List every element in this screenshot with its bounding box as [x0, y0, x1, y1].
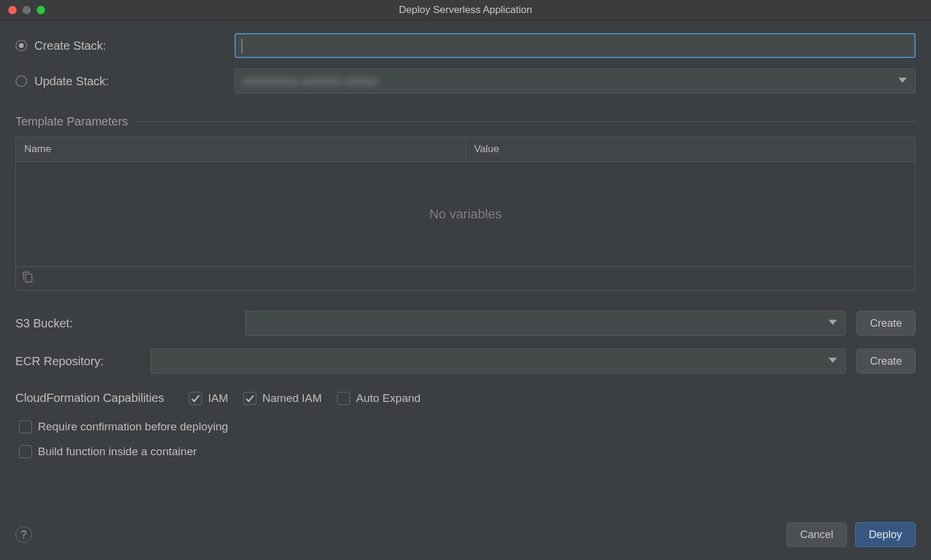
create-stack-label: Create Stack:	[34, 39, 106, 53]
update-stack-value: xxxxxxxxxx xxxxxxx xxxxxx	[242, 75, 378, 88]
capabilities-label: CloudFormation Capabilities	[15, 391, 164, 405]
require-confirm-label: Require confirmation before deploying	[38, 420, 228, 433]
table-header: Name Value	[16, 137, 915, 162]
named-iam-label: Named IAM	[262, 392, 322, 405]
template-params-header: Template Parameters	[15, 115, 916, 128]
dialog-footer: ? Cancel Deploy	[15, 509, 916, 547]
create-stack-row: Create Stack:	[15, 33, 916, 58]
titlebar: Deploy Serverless Application	[0, 0, 931, 20]
update-stack-row: Update Stack: xxxxxxxxxx xxxxxxx xxxxxx	[15, 69, 916, 94]
s3-bucket-select[interactable]	[245, 311, 846, 336]
template-params-title: Template Parameters	[15, 115, 128, 128]
column-value[interactable]: Value	[466, 137, 916, 162]
empty-text: No variables	[429, 207, 502, 222]
require-confirm-item[interactable]: Require confirmation before deploying	[19, 420, 916, 433]
build-container-checkbox[interactable]	[19, 445, 32, 458]
create-stack-radio[interactable]	[15, 40, 27, 52]
ecr-repo-row: ECR Repository: Create	[15, 349, 916, 374]
build-container-item[interactable]: Build function inside a container	[19, 445, 916, 458]
template-params-table: Name Value No variables	[15, 137, 916, 291]
update-stack-label: Update Stack:	[34, 75, 109, 88]
column-name[interactable]: Name	[16, 137, 466, 162]
create-ecr-button[interactable]: Create	[856, 349, 916, 374]
iam-checkbox[interactable]	[189, 392, 202, 405]
help-button[interactable]: ?	[15, 526, 32, 543]
s3-bucket-label: S3 Bucket:	[15, 317, 235, 330]
footer-buttons: Cancel Deploy	[786, 522, 916, 547]
deploy-button[interactable]: Deploy	[855, 522, 916, 547]
create-stack-radio-label[interactable]: Create Stack:	[15, 39, 235, 53]
chevron-down-icon	[829, 355, 837, 368]
create-stack-input[interactable]	[235, 33, 916, 58]
copy-icon[interactable]	[22, 271, 34, 286]
iam-label: IAM	[208, 392, 228, 405]
update-stack-radio-label[interactable]: Update Stack:	[15, 75, 235, 88]
dialog-content: Create Stack: Update Stack: xxxxxxxxxx x…	[0, 20, 931, 560]
options-group: Require confirmation before deploying Bu…	[15, 420, 916, 458]
ecr-repo-label: ECR Repository:	[15, 355, 140, 368]
capabilities-row: CloudFormation Capabilities IAM Named IA…	[15, 391, 916, 405]
window-title: Deploy Serverless Application	[0, 4, 931, 16]
build-container-label: Build function inside a container	[38, 445, 197, 458]
table-empty-state: No variables	[16, 162, 915, 266]
auto-expand-label: Auto Expand	[356, 392, 420, 405]
auto-expand-checkbox[interactable]	[337, 392, 350, 405]
divider	[136, 121, 916, 122]
named-iam-checkbox[interactable]	[243, 392, 256, 405]
chevron-down-icon	[829, 317, 837, 330]
named-iam-checkbox-item[interactable]: Named IAM	[243, 392, 322, 405]
update-stack-radio[interactable]	[15, 75, 27, 87]
table-footer	[16, 266, 915, 290]
chevron-down-icon	[898, 75, 907, 88]
require-confirm-checkbox[interactable]	[19, 420, 32, 433]
cancel-button[interactable]: Cancel	[786, 522, 847, 547]
dialog-window: Deploy Serverless Application Create Sta…	[0, 0, 931, 560]
create-s3-button[interactable]: Create	[856, 311, 916, 336]
update-stack-select[interactable]: xxxxxxxxxx xxxxxxx xxxxxx	[235, 69, 916, 94]
auto-expand-checkbox-item[interactable]: Auto Expand	[337, 392, 420, 405]
ecr-repo-select[interactable]	[150, 349, 846, 374]
iam-checkbox-item[interactable]: IAM	[189, 392, 228, 405]
s3-bucket-row: S3 Bucket: Create	[15, 311, 916, 336]
